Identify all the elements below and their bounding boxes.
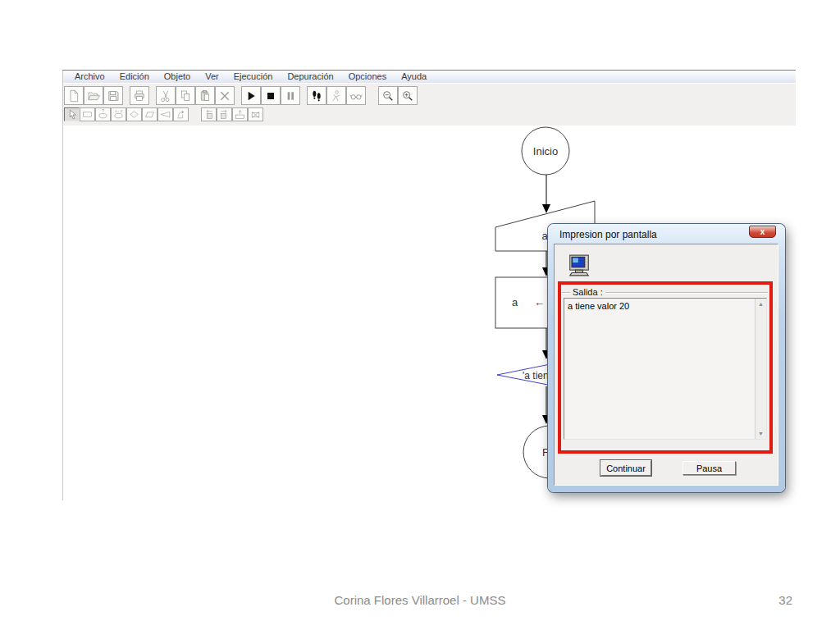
zoom-out-button[interactable] (378, 86, 398, 105)
watch-button[interactable] (346, 86, 366, 105)
dialog-title[interactable]: Impresion por pantalla (559, 229, 657, 240)
run-icon (244, 89, 258, 103)
decision-tool-icon (129, 109, 139, 120)
open-file-icon (87, 89, 100, 103)
toolbar-area (62, 84, 796, 126)
close-button[interactable]: x (749, 226, 776, 238)
menubar: ArchivoEdiciónObjetoVerEjecuciónDepuraci… (62, 71, 796, 83)
output-tool-button[interactable] (158, 107, 173, 121)
pause-button[interactable] (281, 86, 300, 105)
vertical-scrollbar[interactable]: ▲ ▼ (755, 299, 766, 439)
loop-tool-icon (176, 109, 186, 120)
output-text: a tiene valor 20 (568, 301, 629, 311)
cut-icon (159, 89, 172, 103)
stop-button[interactable] (261, 86, 281, 105)
app-window-left-border (62, 71, 63, 500)
output-tool-icon (160, 109, 171, 120)
impresion-dialog: Impresion por pantalla x Salida : a tien… (548, 224, 785, 492)
print-icon (133, 89, 146, 103)
assignment-tool-icon (113, 109, 124, 120)
copy-icon (179, 89, 192, 103)
app-window: ArchivoEdiciónObjetoVerEjecuciónDepuraci… (62, 70, 796, 126)
cursor-tool-button[interactable] (64, 107, 80, 121)
page-next-tool-icon (219, 109, 230, 120)
run-button[interactable] (241, 86, 261, 105)
assignment-tool-button[interactable] (111, 107, 126, 121)
page-new-tool-button[interactable] (232, 107, 248, 121)
toolbar-main (64, 86, 418, 105)
debug-animation-icon (330, 89, 343, 103)
zoom-out-icon (381, 89, 395, 103)
flowchart-node-inicio[interactable]: Inicio (522, 127, 569, 175)
debug-animation-button[interactable] (326, 86, 346, 105)
menu-objeto[interactable]: Objeto (157, 71, 198, 81)
menu-ver[interactable]: Ver (198, 71, 226, 81)
print-button[interactable] (130, 86, 149, 105)
menu-opciones[interactable]: Opciones (341, 71, 394, 81)
cut-button[interactable] (156, 86, 176, 105)
inicio-label: Inicio (533, 145, 558, 158)
flow-arrow (542, 175, 550, 213)
new-document-button[interactable] (64, 86, 84, 105)
input-tool-icon (144, 109, 155, 120)
cursor-tool-icon (66, 109, 77, 120)
copy-button[interactable] (176, 86, 195, 105)
input-tool-button[interactable] (142, 107, 158, 121)
menu-edicion[interactable]: Edición (112, 71, 157, 81)
assignment-operator: ← (534, 296, 545, 308)
menu-ejecucion[interactable]: Ejecución (226, 71, 281, 81)
scroll-up-icon[interactable]: ▲ (756, 301, 766, 307)
menu-depuracion[interactable]: Depuración (280, 71, 340, 81)
paste-icon (199, 89, 212, 103)
menu-archivo[interactable]: Archivo (67, 71, 112, 81)
page-previous-tool-button[interactable] (201, 107, 217, 121)
output-textarea[interactable]: a tiene valor 20 ▲ ▼ (564, 298, 767, 440)
delete-icon (218, 89, 231, 103)
new-document-icon (67, 89, 80, 103)
toolbar-tools (64, 107, 263, 121)
process-tool-icon (82, 109, 93, 120)
loop-tool-button[interactable] (173, 107, 189, 121)
decision-tool-button[interactable] (126, 107, 142, 121)
page-previous-tool-icon (203, 109, 214, 120)
zoom-in-icon (401, 89, 414, 103)
page-delete-tool-button[interactable] (248, 107, 263, 121)
page-next-tool-button[interactable] (217, 107, 232, 121)
slide: Inicio a a ← 20 ' (0, 0, 840, 630)
pause-icon (284, 89, 297, 103)
scroll-down-icon[interactable]: ▼ (756, 431, 766, 436)
page-delete-tool-icon (250, 109, 261, 120)
condition-ellipse-tool-icon (98, 109, 108, 120)
delete-button[interactable] (215, 86, 235, 105)
open-file-button[interactable] (84, 86, 103, 105)
save-icon (107, 89, 120, 103)
computer-monitor-icon (568, 254, 591, 276)
assignment-variable: a (512, 296, 518, 308)
condition-ellipse-tool-button[interactable] (95, 107, 111, 121)
zoom-in-button[interactable] (398, 86, 418, 105)
paste-button[interactable] (195, 86, 215, 105)
watch-icon (349, 89, 363, 103)
step-execution-icon (310, 89, 323, 103)
close-icon: x (760, 227, 765, 236)
continuar-button[interactable]: Continuar (600, 460, 651, 476)
page-new-tool-icon (235, 109, 245, 120)
stop-icon (264, 89, 277, 103)
process-tool-button[interactable] (80, 107, 95, 121)
step-execution-button[interactable] (307, 86, 326, 105)
menu-ayuda[interactable]: Ayuda (394, 71, 434, 81)
salida-group-label: Salida : (570, 287, 605, 297)
pausa-button[interactable]: Pausa (682, 461, 736, 475)
save-button[interactable] (103, 86, 123, 105)
